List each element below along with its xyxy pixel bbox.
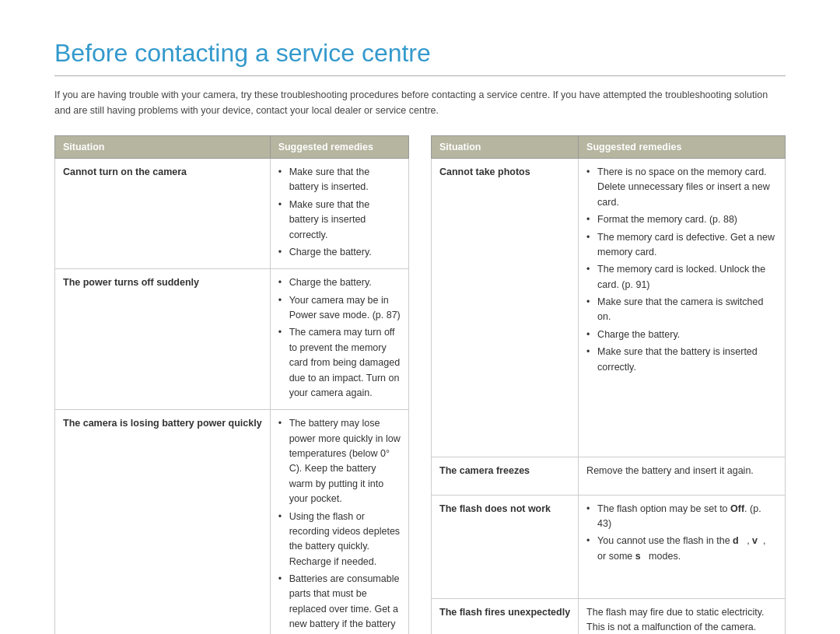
list-item: Your camera may be in Power save mode. (… (278, 293, 401, 324)
list-item: The camera may turn off to prevent the m… (278, 325, 401, 401)
table-row: The camera is losing battery power quick… (55, 410, 409, 634)
list-item: Format the memory card. (p. 88) (586, 212, 777, 227)
remedies-cell: There is no space on the memory card. De… (579, 159, 786, 457)
list-item: Make sure that the camera is switched on… (586, 295, 777, 325)
situation-cell: The camera is losing battery power quick… (55, 410, 271, 634)
remedies-cell: Charge the battery. Your camera may be i… (270, 269, 408, 410)
remedies-cell: Remove the battery and insert it again. (579, 457, 786, 495)
situation-cell: Cannot take photos (432, 159, 579, 457)
list-item: Using the flash or recording videos depl… (278, 510, 401, 570)
list-item: Make sure that the battery is inserted c… (586, 345, 777, 375)
table-row: The flash fires unexpectedly The flash m… (432, 598, 786, 634)
remedies-cell: The flash may fire due to static electri… (579, 598, 786, 634)
list-item: The memory card is locked. Unlock the ca… (586, 262, 777, 292)
list-item: The flash option may be set to Off. (p. … (586, 502, 777, 532)
table-row: The power turns off suddenly Charge the … (55, 269, 409, 410)
list-item: You cannot use the flash in the d , v , … (586, 534, 777, 564)
list-item: Batteries are consumable parts that must… (278, 572, 401, 634)
left-col1-header: Situation (55, 136, 271, 159)
left-col2-header: Suggested remedies (270, 136, 408, 159)
situation-cell: Cannot turn on the camera (55, 159, 271, 269)
remedies-cell: The battery may lose power more quickly … (270, 410, 408, 634)
tables-wrapper: Situation Suggested remedies Cannot turn… (54, 135, 786, 634)
situation-cell: The camera freezes (432, 457, 579, 495)
remedies-cell: Make sure that the battery is inserted. … (270, 159, 408, 269)
table-row: Cannot take photos There is no space on … (432, 159, 786, 457)
table-row: The flash does not work The flash option… (432, 495, 786, 598)
situation-cell: The flash fires unexpectedly (432, 598, 579, 634)
list-item: The memory card is defective. Get a new … (586, 230, 777, 261)
list-item: Charge the battery. (586, 328, 777, 342)
list-item: There is no space on the memory card. De… (586, 165, 777, 210)
right-table: Situation Suggested remedies Cannot take… (431, 135, 786, 634)
remedies-cell: The flash option may be set to Off. (p. … (579, 495, 786, 598)
left-table: Situation Suggested remedies Cannot turn… (54, 135, 409, 634)
list-item: Charge the battery. (278, 275, 401, 290)
situation-cell: The power turns off suddenly (55, 269, 271, 410)
list-item: Make sure that the battery is inserted c… (278, 198, 401, 243)
list-item: Charge the battery. (278, 245, 401, 260)
list-item: Make sure that the battery is inserted. (278, 165, 401, 195)
right-col1-header: Situation (432, 136, 579, 159)
page-title: Before contacting a service centre (54, 39, 786, 76)
table-row: Cannot turn on the camera Make sure that… (55, 159, 409, 269)
table-row: The camera freezes Remove the battery an… (432, 457, 786, 495)
situation-cell: The flash does not work (432, 495, 579, 598)
right-col2-header: Suggested remedies (579, 136, 786, 159)
intro-text: If you are having trouble with your came… (54, 87, 786, 118)
list-item: The battery may lose power more quickly … (278, 416, 401, 506)
